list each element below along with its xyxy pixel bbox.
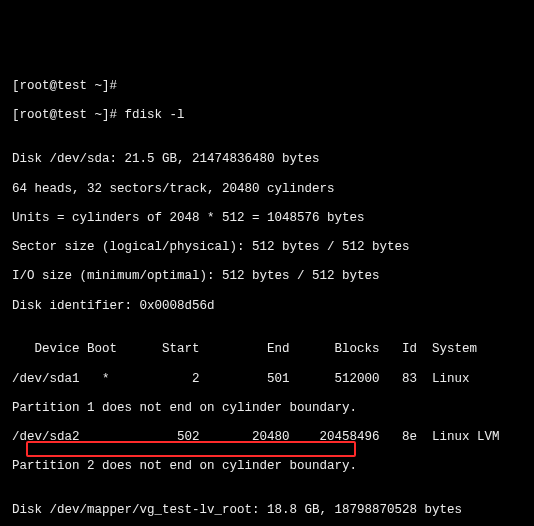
disk-sda-id: Disk identifier: 0x0008d56d bbox=[12, 299, 522, 314]
disk-sda-geom: 64 heads, 32 sectors/track, 20480 cylind… bbox=[12, 182, 522, 197]
partition-warning-2: Partition 2 does not end on cylinder bou… bbox=[12, 459, 522, 474]
partition-row-2: /dev/sda2 502 20480 20458496 8e Linux LV… bbox=[12, 430, 522, 445]
partition-warning-1: Partition 1 does not end on cylinder bou… bbox=[12, 401, 522, 416]
disk-sda-header: Disk /dev/sda: 21.5 GB, 21474836480 byte… bbox=[12, 152, 522, 167]
partition-row-1: /dev/sda1 * 2 501 512000 83 Linux bbox=[12, 372, 522, 387]
disk-sda-units: Units = cylinders of 2048 * 512 = 104857… bbox=[12, 211, 522, 226]
command-line: [root@test ~]# fdisk -l bbox=[12, 108, 522, 123]
terminal-window[interactable]: { "prompt1": "[root@test ~]# ", "prompt2… bbox=[12, 21, 522, 526]
disk-sda-sector: Sector size (logical/physical): 512 byte… bbox=[12, 240, 522, 255]
disk-sda-io: I/O size (minimum/optimal): 512 bytes / … bbox=[12, 269, 522, 284]
disk-lvroot-header: Disk /dev/mapper/vg_test-lv_root: 18.8 G… bbox=[12, 503, 522, 518]
partition-header: Device Boot Start End Blocks Id System bbox=[12, 342, 522, 357]
prompt-line: [root@test ~]# bbox=[12, 79, 522, 94]
